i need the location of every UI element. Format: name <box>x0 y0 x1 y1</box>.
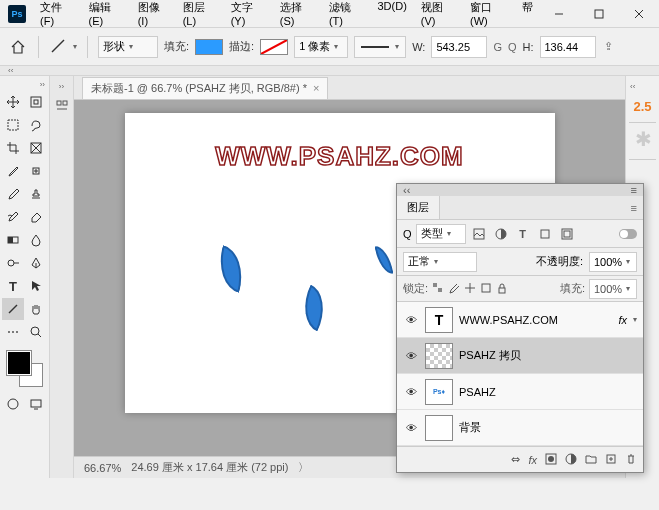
doc-dimensions[interactable]: 24.69 厘米 x 17.64 厘米 (72 ppi) <box>131 460 288 475</box>
filter-adjustment-icon[interactable] <box>492 225 510 243</box>
search-icon[interactable]: Q <box>403 228 412 240</box>
layer-name[interactable]: 背景 <box>459 420 637 435</box>
adjustment-icon[interactable] <box>565 453 577 467</box>
width-input[interactable] <box>431 36 487 58</box>
hand-tool[interactable] <box>25 298 47 320</box>
filter-smart-icon[interactable] <box>558 225 576 243</box>
group-icon[interactable] <box>585 453 597 467</box>
lock-artboard-icon[interactable] <box>480 282 492 296</box>
layer-row[interactable]: 👁 背景 <box>397 410 643 446</box>
lock-trans-icon[interactable] <box>432 282 444 296</box>
tool-preset-chevron[interactable]: ▾ <box>73 42 77 51</box>
lock-pos-icon[interactable] <box>464 282 476 296</box>
fx-icon[interactable]: fx <box>528 454 537 466</box>
menu-3d[interactable]: 3D(D) <box>371 0 412 31</box>
blur-tool[interactable] <box>25 229 47 251</box>
tab-close-icon[interactable]: × <box>313 82 319 94</box>
healing-tool[interactable] <box>25 160 47 182</box>
quickmask-standard[interactable] <box>2 393 24 415</box>
filter-type-dropdown[interactable]: 类型▾ <box>416 224 466 244</box>
lock-all-icon[interactable] <box>496 282 508 296</box>
new-layer-icon[interactable] <box>605 453 617 467</box>
stamp-tool[interactable] <box>25 183 47 205</box>
lasso-tool[interactable] <box>25 114 47 136</box>
layer-thumb-blank[interactable] <box>425 415 453 441</box>
layer-row[interactable]: 👁 Ps♦ PSAHZ <box>397 374 643 410</box>
visibility-icon[interactable]: 👁 <box>403 422 419 434</box>
document-tab[interactable]: 未标题-1 @ 66.7% (PSAHZ 拷贝, RGB/8#) * × <box>82 77 328 99</box>
layer-thumb-text[interactable]: T <box>425 307 453 333</box>
link-wh-icon[interactable]: G <box>493 41 502 53</box>
menu-type[interactable]: 文字(Y) <box>225 0 272 31</box>
type-tool[interactable]: T <box>2 275 24 297</box>
menu-select[interactable]: 选择(S) <box>274 0 321 31</box>
brush-tool[interactable] <box>2 183 24 205</box>
swatches-icon[interactable] <box>633 131 653 151</box>
zoom-level[interactable]: 66.67% <box>84 462 121 474</box>
history-brush-tool[interactable] <box>2 206 24 228</box>
home-icon[interactable] <box>8 37 28 57</box>
layer-thumb-trans[interactable] <box>425 343 453 369</box>
visibility-icon[interactable]: 👁 <box>403 314 419 326</box>
panel-menu-icon[interactable]: ≡ <box>631 184 637 196</box>
options-collapse[interactable]: ‹‹ <box>0 66 659 76</box>
dock-collapse[interactable]: ›› <box>59 82 64 91</box>
eyedropper-tool[interactable] <box>2 160 24 182</box>
layer-row[interactable]: 👁 T WWW.PSAHZ.COM fx▾ <box>397 302 643 338</box>
fill-input[interactable]: 100%▾ <box>589 279 637 299</box>
delete-icon[interactable] <box>625 453 637 467</box>
layer-row[interactable]: 👁 PSAHZ 拷贝 <box>397 338 643 374</box>
layer-name[interactable]: WWW.PSAHZ.COM <box>459 314 612 326</box>
frame-tool[interactable] <box>25 137 47 159</box>
lock-paint-icon[interactable] <box>448 282 460 296</box>
menu-file[interactable]: 文件(F) <box>34 0 81 31</box>
filter-type-icon[interactable]: T <box>514 225 532 243</box>
marquee-tool[interactable] <box>2 114 24 136</box>
layers-panel[interactable]: ‹‹≡ 图层 ≡ Q 类型▾ T 正常▾ 不透明度: 100%▾ 锁定: 填充:… <box>396 183 644 473</box>
layer-name[interactable]: PSAHZ 拷贝 <box>459 348 637 363</box>
maximize-button[interactable] <box>579 0 619 27</box>
move-tool[interactable] <box>2 91 24 113</box>
menu-view[interactable]: 视图(V) <box>415 0 462 31</box>
layers-tab[interactable]: 图层 <box>397 196 440 219</box>
height-input[interactable] <box>540 36 596 58</box>
line-tool[interactable] <box>2 298 24 320</box>
filter-pixel-icon[interactable] <box>470 225 488 243</box>
color-value[interactable]: 2.5 <box>633 99 651 114</box>
dock-properties-icon[interactable] <box>53 97 71 115</box>
opacity-input[interactable]: 100%▾ <box>589 252 637 272</box>
search-icon[interactable]: Q <box>508 41 517 53</box>
panel-options-icon[interactable]: ≡ <box>625 202 643 214</box>
share-icon[interactable]: ⇪ <box>604 40 613 53</box>
status-chevron[interactable]: 〉 <box>298 460 309 475</box>
mask-icon[interactable] <box>545 453 557 467</box>
right-dock-collapse[interactable]: ‹‹ <box>630 82 635 91</box>
minimize-button[interactable] <box>539 0 579 27</box>
zoom-tool[interactable] <box>25 321 47 343</box>
toolbox-collapse[interactable]: ›› <box>40 80 45 89</box>
link-layers-icon[interactable]: ⇔ <box>511 453 520 466</box>
menu-filter[interactable]: 滤镜(T) <box>323 0 370 31</box>
edit-toolbar[interactable]: ⋯ <box>2 321 24 343</box>
pen-tool[interactable] <box>25 252 47 274</box>
line-tool-icon[interactable] <box>49 37 67 57</box>
eraser-tool[interactable] <box>25 206 47 228</box>
shape-mode-dropdown[interactable]: 形状▾ <box>98 36 158 58</box>
crop-tool[interactable] <box>2 137 24 159</box>
menu-help[interactable]: 帮 <box>516 0 539 31</box>
close-button[interactable] <box>619 0 659 27</box>
fg-color-swatch[interactable] <box>7 351 31 375</box>
filter-toggle[interactable] <box>619 229 637 239</box>
menu-window[interactable]: 窗口(W) <box>464 0 514 31</box>
blend-mode-dropdown[interactable]: 正常▾ <box>403 252 477 272</box>
filter-shape-icon[interactable] <box>536 225 554 243</box>
layers-panel-header[interactable]: ‹‹≡ <box>397 184 643 196</box>
gradient-tool[interactable] <box>2 229 24 251</box>
layer-name[interactable]: PSAHZ <box>459 386 637 398</box>
stroke-width-input[interactable]: 1 像素▾ <box>294 36 348 58</box>
menu-layer[interactable]: 图层(L) <box>177 0 223 31</box>
visibility-icon[interactable]: 👁 <box>403 350 419 362</box>
menu-edit[interactable]: 编辑(E) <box>83 0 130 31</box>
menu-image[interactable]: 图像(I) <box>132 0 175 31</box>
path-select-tool[interactable] <box>25 275 47 297</box>
